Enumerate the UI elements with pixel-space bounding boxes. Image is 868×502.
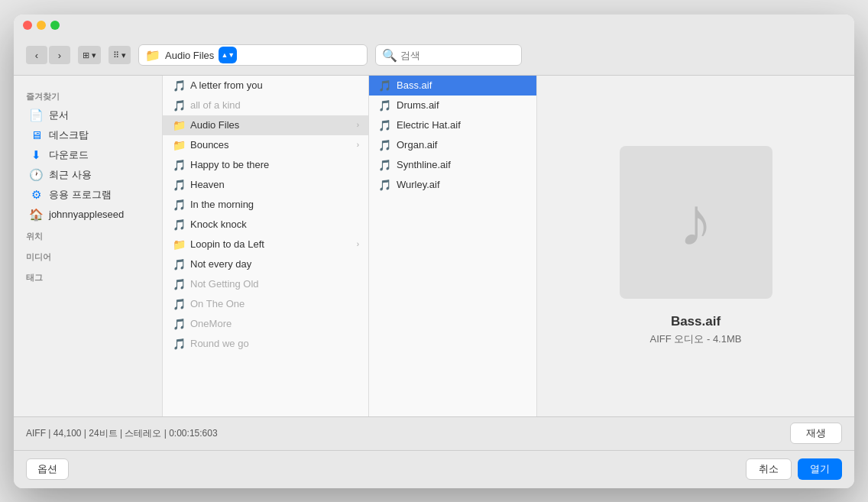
audio-icon: 🎵 (378, 159, 392, 171)
preview-pane: ♪ Bass.aif AIFF 오디오 - 4.1MB (537, 76, 854, 416)
file-name: Synthline.aif (397, 159, 451, 170)
file-name: On The One (190, 298, 245, 309)
footer-right: 취소 열기 (746, 458, 842, 480)
sidebar: 즐겨찾기 📄 문서 🖥 데스크탑 ⬇ 다운로드 🕐 최근 사용 ⚙ 응용 프로그… (14, 76, 163, 416)
file-item-notgettingold[interactable]: 🎵 Not Getting Old (163, 274, 368, 294)
back-button[interactable]: ‹ (26, 46, 47, 64)
audio-icon: 🎵 (172, 338, 186, 350)
column-view-chevron-icon: ▾ (92, 50, 96, 60)
file-item-noteveryday[interactable]: 🎵 Not every day (163, 254, 368, 274)
file-name: all of a kind (190, 99, 241, 111)
file-name: In the morning (190, 199, 254, 210)
path-stepper[interactable]: ▲▼ (219, 47, 237, 63)
file-meta: AIFF | 44,100 | 24비트 | 스테레오 | 0:00:15:60… (26, 427, 775, 440)
open-button[interactable]: 열기 (798, 458, 842, 480)
file-name: Knock knock (190, 219, 247, 230)
locations-label: 위치 (14, 225, 162, 245)
file-item-loopin[interactable]: 📁 Loopin to da Left › (163, 235, 368, 254)
audio-icon: 🎵 (172, 199, 186, 211)
toolbar: ‹ › ⊞ ▾ ⠿ ▾ 📁 Audio Files ▲▼ 🔍 (14, 36, 854, 76)
path-folder-icon: 📁 (145, 48, 160, 63)
close-button[interactable] (23, 21, 32, 30)
recents-icon: 🕐 (29, 168, 43, 182)
tags-label: 태그 (14, 266, 162, 287)
file-item-onemore[interactable]: 🎵 OneMore (163, 314, 368, 334)
sidebar-desktop-label: 데스크탑 (49, 128, 89, 142)
chevron-right-icon: › (357, 121, 359, 129)
audio-icon: 🎵 (172, 159, 186, 171)
sublist-item-synthline[interactable]: 🎵 Synthline.aif (369, 155, 536, 175)
chevron-right-icon: › (357, 240, 359, 248)
file-item-heaven[interactable]: 🎵 Heaven (163, 175, 368, 195)
applications-icon: ⚙ (29, 188, 43, 202)
file-item-bounces[interactable]: 📁 Bounces › (163, 135, 368, 155)
main-content: 즐겨찾기 📄 문서 🖥 데스크탑 ⬇ 다운로드 🕐 최근 사용 ⚙ 응용 프로그… (14, 76, 854, 416)
file-name: Audio Files (190, 119, 239, 131)
sublist-item-bass[interactable]: 🎵 Bass.aif (369, 76, 536, 96)
sidebar-item-applications[interactable]: ⚙ 응용 프로그램 (17, 185, 159, 205)
play-button[interactable]: 재생 (790, 423, 842, 444)
file-item-inthemorning[interactable]: 🎵 In the morning (163, 195, 368, 215)
file-item-allofakind[interactable]: 🎵 all of a kind (163, 96, 368, 115)
file-item-roundwego[interactable]: 🎵 Round we go (163, 334, 368, 354)
cancel-button[interactable]: 취소 (746, 458, 792, 480)
audio-icon: 🎵 (378, 139, 392, 151)
options-button[interactable]: 옵션 (26, 458, 69, 480)
maximize-button[interactable] (50, 21, 60, 30)
file-item-ontheone[interactable]: 🎵 On The One (163, 294, 368, 314)
file-item-knockknock[interactable]: 🎵 Knock knock (163, 215, 368, 235)
audio-icon: 🎵 (172, 298, 186, 310)
forward-button[interactable]: › (49, 46, 70, 64)
sublist-pane: 🎵 Bass.aif 🎵 Drums.aif 🎵 Electric Hat.ai… (369, 76, 537, 416)
path-label: Audio Files (165, 50, 214, 61)
search-input[interactable] (400, 50, 515, 61)
file-name: Bounces (190, 139, 229, 151)
sidebar-documents-label: 문서 (49, 108, 69, 122)
file-name: Drums.aif (397, 99, 439, 111)
file-name: Not every day (190, 258, 251, 270)
chevron-right-icon: › (357, 141, 359, 149)
file-name: A letter from you (190, 79, 263, 91)
audio-icon: 🎵 (172, 318, 186, 330)
music-note-icon: ♪ (679, 183, 713, 261)
grid-view-icon: ⠿ (113, 50, 119, 60)
audio-icon: 🎵 (172, 278, 186, 290)
sidebar-user-label: johnnyappleseed (49, 209, 124, 220)
audio-icon: 🎵 (378, 79, 392, 92)
search-bar[interactable]: 🔍 (375, 44, 522, 66)
file-name: Electric Hat.aif (397, 119, 461, 131)
file-name: Not Getting Old (190, 278, 259, 290)
audio-icon: 🎵 (378, 179, 392, 191)
sidebar-recents-label: 최근 사용 (49, 168, 92, 182)
file-name: Loopin to da Left (190, 238, 264, 250)
file-item-audiofiles[interactable]: 📁 Audio Files › (163, 115, 368, 135)
sublist-item-wurley[interactable]: 🎵 Wurley.aif (369, 175, 536, 195)
sublist-item-drums[interactable]: 🎵 Drums.aif (369, 96, 536, 115)
file-name: Heaven (190, 179, 225, 190)
preview-artwork: ♪ (620, 146, 772, 299)
title-bar (14, 15, 854, 36)
downloads-icon: ⬇ (29, 148, 43, 162)
bottom-bar: AIFF | 44,100 | 24비트 | 스테레오 | 0:00:15:60… (14, 416, 854, 450)
preview-info: AIFF 오디오 - 4.1MB (650, 332, 742, 346)
desktop-icon: 🖥 (29, 128, 43, 141)
file-name: Wurley.aif (397, 179, 440, 190)
favorites-label: 즐겨찾기 (14, 85, 162, 105)
file-item-happytobethere[interactable]: 🎵 Happy to be there (163, 155, 368, 175)
sublist-item-organ[interactable]: 🎵 Organ.aif (369, 135, 536, 155)
column-view-button[interactable]: ⊞ ▾ (78, 46, 101, 64)
sublist-item-electrichat[interactable]: 🎵 Electric Hat.aif (369, 115, 536, 135)
sidebar-item-downloads[interactable]: ⬇ 다운로드 (17, 145, 159, 165)
media-label: 미디어 (14, 245, 162, 266)
sidebar-item-recents[interactable]: 🕐 최근 사용 (17, 165, 159, 185)
preview-filename: Bass.aif (671, 314, 721, 329)
sidebar-item-user[interactable]: 🏠 johnnyappleseed (17, 205, 159, 225)
sidebar-item-documents[interactable]: 📄 문서 (17, 105, 159, 125)
grid-view-button[interactable]: ⠿ ▾ (108, 46, 131, 64)
audio-icon: 🎵 (172, 79, 186, 92)
path-bar[interactable]: 📁 Audio Files ▲▼ (138, 44, 368, 66)
minimize-button[interactable] (37, 21, 46, 30)
file-item-letter[interactable]: 🎵 A letter from you (163, 76, 368, 96)
folder-icon: 📁 (172, 238, 186, 251)
sidebar-item-desktop[interactable]: 🖥 데스크탑 (17, 125, 159, 145)
